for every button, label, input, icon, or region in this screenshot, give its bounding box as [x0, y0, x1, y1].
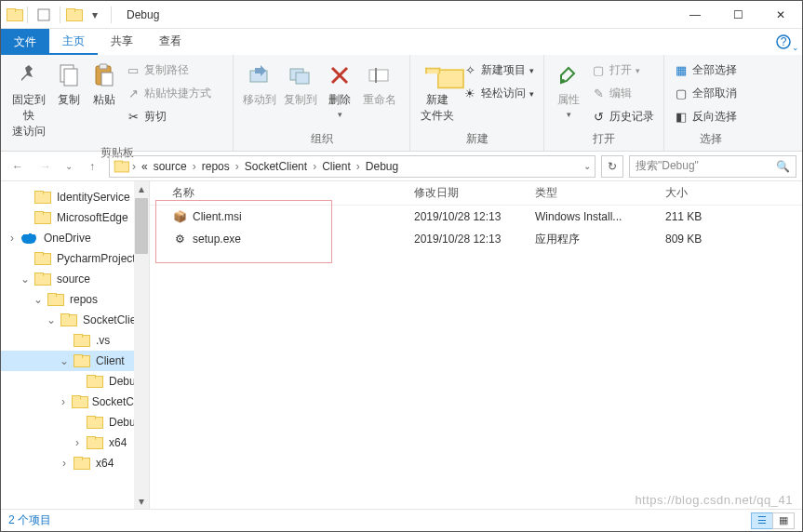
column-size[interactable]: 大小 [658, 185, 732, 201]
breadcrumb-item[interactable]: source [152, 160, 189, 173]
expand-icon[interactable]: › [59, 457, 70, 470]
folder-icon [74, 334, 88, 347]
copy-button[interactable]: 复制 [51, 59, 87, 110]
tree-item[interactable]: ›SocketClier [1, 392, 149, 412]
label: 复制 [58, 92, 80, 108]
tree-item[interactable]: ›x64 [1, 453, 149, 473]
details-view-button[interactable]: ☰ [751, 512, 773, 529]
tree-item[interactable]: ⌄source [1, 269, 149, 289]
tree-item-label: Client [96, 354, 125, 367]
recent-locations-button[interactable]: ⌄ [62, 155, 75, 178]
select-all-button[interactable]: ▦ 全部选择 [670, 60, 741, 80]
tree-item-label: PycharmProject [57, 252, 136, 265]
label: 属性 [557, 92, 580, 108]
chevron-right-icon: › [191, 160, 198, 173]
expand-icon[interactable]: ⌄ [20, 273, 31, 286]
separator [60, 7, 60, 23]
pin-to-quick-access-button[interactable]: 固定到快 速访问 [7, 59, 51, 141]
tab-home[interactable]: 主页 [49, 29, 98, 55]
breadcrumb-item[interactable]: Client [320, 160, 353, 173]
tree-item-label: .vs [96, 334, 110, 347]
tree-item[interactable]: ⌄Client [1, 351, 149, 371]
copy-to-button[interactable]: 复制到 [280, 59, 321, 110]
quick-access-toolbar: ▾ [1, 5, 119, 25]
tree-item[interactable]: ›x64 [1, 432, 149, 453]
address-bar[interactable]: › « source › repos › SocketClient › Clie… [109, 155, 596, 178]
delete-button[interactable]: 删除 ▾ [321, 59, 358, 121]
tree-item[interactable]: ›OneDrive [1, 228, 149, 248]
label: 重命名 [363, 92, 396, 108]
expand-icon[interactable]: › [59, 395, 68, 408]
easy-access-icon: ☀ [462, 86, 477, 101]
tree-item[interactable]: .vs [1, 330, 149, 351]
tree-item[interactable]: MicrosoftEdge [1, 207, 149, 228]
up-button[interactable]: ↑ [81, 155, 103, 178]
paste-button[interactable]: 粘贴 [87, 59, 122, 110]
expand-icon[interactable]: › [7, 232, 18, 245]
expand-icon[interactable]: ⌄ [33, 293, 44, 306]
column-name[interactable]: 名称 [165, 185, 407, 201]
label: 固定到快 速访问 [8, 92, 49, 140]
invert-selection-button[interactable]: ◧ 反向选择 [670, 107, 741, 126]
maximize-button[interactable]: ☐ [716, 1, 759, 29]
file-row[interactable]: 📦Client.msi2019/10/28 12:13Windows Insta… [150, 206, 802, 228]
pin-icon [14, 60, 44, 90]
new-folder-button[interactable]: 新建 文件夹 [416, 59, 459, 126]
edit-button[interactable]: ✎ 编辑 [587, 84, 658, 103]
qat-placeholder-icon[interactable] [33, 5, 54, 25]
cut-button[interactable]: ✂ 剪切 [122, 107, 215, 126]
back-button[interactable]: ← [7, 155, 29, 178]
history-icon: ↺ [591, 110, 606, 125]
scroll-up-icon[interactable]: ▴ [134, 181, 149, 196]
properties-button[interactable]: 属性 ▾ [550, 59, 587, 121]
tab-share[interactable]: 共享 [98, 29, 146, 55]
tree-item[interactable]: Debug [1, 412, 149, 432]
expand-icon[interactable]: ⌄ [59, 354, 70, 367]
easy-access-button[interactable]: ☀ 轻松访问 ▾ [459, 84, 538, 103]
svg-rect-6 [100, 64, 107, 69]
expand-icon[interactable]: ⌄ [46, 313, 57, 326]
tree-item[interactable]: ⌄SocketClient [1, 310, 149, 330]
tree-item-label: MicrosoftEdge [57, 211, 128, 224]
open-button[interactable]: ▢ 打开 ▾ [587, 60, 658, 80]
scrollbar[interactable]: ▴ ▾ [134, 181, 149, 509]
breadcrumb-item[interactable]: Debug [364, 160, 400, 173]
new-item-button[interactable]: ✧ 新建项目 ▾ [459, 60, 538, 80]
copy-path-button[interactable]: ▭ 复制路径 [122, 60, 215, 80]
scroll-down-icon[interactable]: ▾ [134, 494, 149, 509]
navigation-tree[interactable]: IdentityServiceMicrosoftEdge›OneDrivePyc… [1, 181, 150, 509]
rename-button[interactable]: 重命名 [358, 59, 401, 110]
tab-view[interactable]: 查看 [146, 29, 194, 55]
tree-item[interactable]: Debug [1, 371, 149, 392]
forward-button[interactable]: → [34, 155, 57, 178]
paste-shortcut-button[interactable]: ↗ 粘贴快捷方式 [122, 84, 215, 103]
search-input[interactable]: 搜索"Debug" 🔍 [629, 155, 796, 178]
close-button[interactable]: ✕ [759, 1, 802, 29]
search-icon: 🔍 [776, 160, 790, 173]
minimize-button[interactable]: — [674, 1, 716, 29]
expand-icon[interactable]: › [72, 436, 83, 449]
large-icons-view-button[interactable]: ▦ [772, 512, 795, 529]
folder-icon [34, 273, 49, 286]
tree-item[interactable]: IdentityService [1, 187, 149, 207]
tree-item[interactable]: ⌄repos [1, 289, 149, 310]
executable-icon: ⚙ [172, 233, 187, 246]
column-date[interactable]: 修改日期 [407, 185, 528, 201]
tab-file[interactable]: 文件 [1, 29, 49, 55]
move-to-button[interactable]: 移动到 [239, 59, 280, 110]
tree-item-label: x64 [96, 457, 114, 470]
chevron-down-icon[interactable]: ⌄ [583, 161, 591, 171]
tree-item[interactable]: PycharmProject [1, 248, 149, 269]
scroll-thumb[interactable] [135, 198, 148, 254]
breadcrumb-overflow[interactable]: « [140, 160, 150, 173]
help-button[interactable]: ? ⌄ [765, 29, 802, 55]
breadcrumb-item[interactable]: repos [200, 160, 232, 173]
ribbon-group-organize: 移动到 复制到 删除 ▾ 重命名 组织 [234, 55, 410, 151]
breadcrumb-item[interactable]: SocketClient [243, 160, 309, 173]
refresh-button[interactable]: ↻ [601, 155, 623, 178]
column-type[interactable]: 类型 [528, 185, 658, 201]
qat-dropdown-icon[interactable]: ▾ [85, 5, 105, 25]
file-row[interactable]: ⚙setup.exe2019/10/28 12:13应用程序809 KB [150, 228, 802, 250]
history-button[interactable]: ↺ 历史记录 [587, 107, 658, 126]
select-none-button[interactable]: ▢ 全部取消 [670, 84, 741, 103]
